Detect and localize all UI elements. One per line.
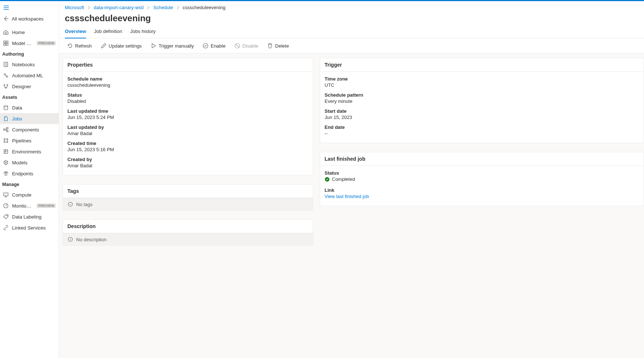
sidebar-item-models[interactable]: Models <box>0 157 59 168</box>
property-label: Last updated time <box>67 108 308 115</box>
chevron-right-icon <box>147 6 150 10</box>
hamburger-icon <box>3 5 9 11</box>
tabs: OverviewJob definitionJobs history <box>59 23 644 38</box>
view-last-finished-job-link[interactable]: View last finished job <box>325 194 369 199</box>
sidebar-item-environments[interactable]: Environments <box>0 146 59 157</box>
back-all-workspaces[interactable]: All workspaces <box>0 12 59 27</box>
pipelines-icon <box>3 138 9 143</box>
check-circle-icon <box>203 43 208 49</box>
linked-icon <box>3 225 9 231</box>
sidebar-item-notebooks[interactable]: Notebooks <box>0 59 59 70</box>
svg-rect-11 <box>4 129 5 130</box>
disable-button: Disable <box>231 41 262 51</box>
home-icon <box>3 29 9 35</box>
property-value: Every minute <box>325 98 639 104</box>
sidebar-group-title: Authoring <box>0 49 59 59</box>
sidebar-item-automated-ml[interactable]: Automated ML <box>0 70 59 81</box>
svg-point-22 <box>7 215 7 216</box>
property-value: Jun 15, 2023 5:24 PM <box>67 115 308 120</box>
sidebar-item-label: Designer <box>12 84 56 89</box>
sidebar-item-label: Automated ML <box>12 73 56 78</box>
property-label: Schedule name <box>67 76 308 82</box>
preview-badge: PREVIEW <box>37 204 56 208</box>
sidebar-group-title: Assets <box>0 92 59 102</box>
hamburger-button[interactable] <box>0 3 59 12</box>
property-label: Status <box>67 92 308 98</box>
trigger-manually-button[interactable]: Trigger manually <box>147 41 197 51</box>
sidebar-item-home[interactable]: Home <box>0 27 59 38</box>
properties-title: Properties <box>63 58 313 72</box>
svg-point-7 <box>4 85 5 86</box>
svg-point-23 <box>203 44 208 48</box>
delete-button[interactable]: Delete <box>263 41 293 51</box>
endpoints-icon <box>3 171 9 176</box>
chevron-right-icon <box>87 6 91 10</box>
property-label: Created by <box>67 157 308 163</box>
trigger-card: Trigger Time zoneUTCSchedule patternEver… <box>320 58 644 143</box>
sidebar-item-label: Jobs <box>12 116 56 122</box>
sidebar-item-label: Monitoring <box>12 203 32 209</box>
property-value: Jun 15, 2023 5:16 PM <box>67 147 308 152</box>
svg-point-17 <box>7 142 8 143</box>
properties-card: Properties Schedule namecssscheduleeveni… <box>63 58 313 175</box>
chevron-right-icon <box>176 6 180 10</box>
property-value: Amar Badal <box>67 163 308 168</box>
breadcrumb-link[interactable]: Microsoft <box>65 5 84 10</box>
sidebar-item-label: Home <box>12 30 56 35</box>
page-title: cssscheduleevening <box>59 10 644 23</box>
sidebar-item-label: Compute <box>12 192 56 198</box>
property-label: Start date <box>325 108 639 115</box>
svg-rect-1 <box>6 41 8 43</box>
sidebar-item-endpoints[interactable]: Endpoints <box>0 168 59 179</box>
sidebar-item-jobs[interactable]: Jobs <box>0 113 59 124</box>
property-label: Created time <box>67 141 308 147</box>
tags-card: Tags No tags <box>63 184 313 210</box>
breadcrumb-link[interactable]: data-import-canary-ws0 <box>94 5 144 10</box>
svg-point-10 <box>4 105 8 107</box>
sidebar-item-components[interactable]: Components <box>0 124 59 135</box>
info-icon <box>67 236 73 242</box>
last-finished-job-card: Last finished job Status Completed <box>320 152 644 206</box>
update-settings-button[interactable]: Update settings <box>97 41 145 51</box>
sidebar-item-designer[interactable]: Designer <box>0 81 59 92</box>
preview-badge: PREVIEW <box>37 41 56 45</box>
trigger-title: Trigger <box>320 58 644 72</box>
property-label: Last updated by <box>67 124 308 131</box>
property-label: Time zone <box>325 76 639 82</box>
jobs-icon <box>3 116 9 122</box>
property-value: Jun 15, 2023 <box>325 115 639 120</box>
description-title: Description <box>63 220 313 233</box>
sidebar-item-model-catalog[interactable]: Model catalogPREVIEW <box>0 38 59 49</box>
sidebar-item-monitoring[interactable]: MonitoringPREVIEW <box>0 200 59 211</box>
trash-icon <box>267 43 273 49</box>
sidebar-item-compute[interactable]: Compute <box>0 189 59 200</box>
breadcrumb-link[interactable]: Schedule <box>153 5 173 10</box>
svg-rect-2 <box>4 44 5 45</box>
models-icon <box>3 160 9 165</box>
sidebar-item-pipelines[interactable]: Pipelines <box>0 135 59 146</box>
refresh-button[interactable]: Refresh <box>63 41 96 51</box>
sidebar-item-label: Model catalog <box>12 41 32 46</box>
sidebar-item-label: Models <box>12 160 56 165</box>
components-icon <box>3 127 9 133</box>
sidebar-item-data-labeling[interactable]: Data Labeling <box>0 211 59 222</box>
sidebar-item-label: Environments <box>12 149 56 154</box>
sidebar-item-data[interactable]: Data <box>0 102 59 113</box>
sidebar-item-linked-services[interactable]: Linked Services <box>0 222 59 233</box>
sidebar-item-label: Pipelines <box>12 138 56 143</box>
breadcrumb-current: cssscheduleevening <box>183 5 226 10</box>
svg-rect-18 <box>4 150 8 153</box>
svg-rect-20 <box>4 193 8 196</box>
tab-overview[interactable]: Overview <box>65 29 86 38</box>
tab-jobs-history[interactable]: Jobs history <box>130 29 155 38</box>
sidebar-item-label: Components <box>12 127 56 133</box>
property-label: End date <box>325 124 639 131</box>
sidebar-item-label: Endpoints <box>12 171 56 176</box>
designer-icon <box>3 83 9 89</box>
svg-point-15 <box>7 139 8 140</box>
property-value: UTC <box>325 82 639 88</box>
property-value: Disabled <box>67 98 308 104</box>
tags-title: Tags <box>63 184 313 198</box>
enable-button[interactable]: Enable <box>199 41 229 51</box>
tab-job-definition[interactable]: Job definition <box>94 29 122 38</box>
